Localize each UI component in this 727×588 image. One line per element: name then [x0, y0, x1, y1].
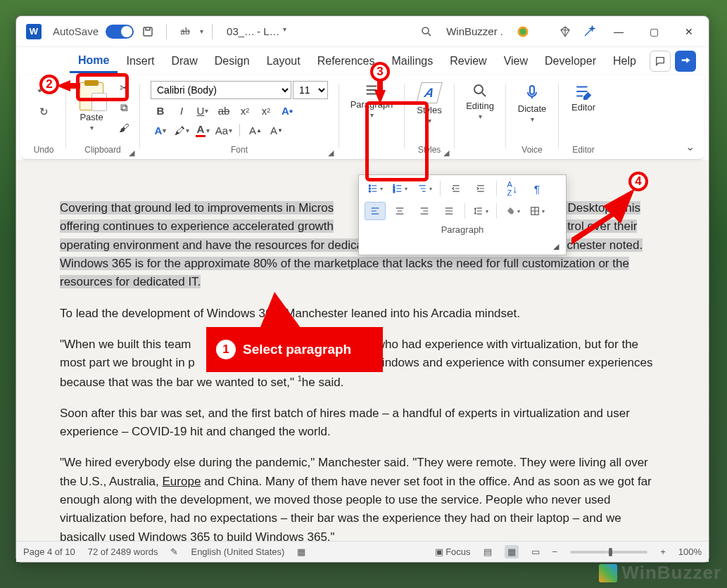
document-title[interactable]: 03_… - L… ▾: [227, 25, 286, 37]
tab-help[interactable]: Help: [605, 51, 645, 72]
numbering-button[interactable]: 123: [389, 179, 410, 198]
watermark: WinBuzzer: [599, 562, 721, 584]
annotation-callout-1: 1 Select paragraph: [206, 327, 383, 372]
strike-icon[interactable]: ab: [175, 22, 195, 41]
borders-button[interactable]: [526, 202, 548, 220]
tab-draw[interactable]: Draw: [163, 51, 206, 72]
zoom-in-button[interactable]: +: [660, 547, 666, 557]
styles-button[interactable]: A Styles ▾: [410, 79, 449, 127]
font-family-select[interactable]: Calibri (Body): [151, 81, 291, 99]
grow-font-button[interactable]: A▲: [246, 122, 265, 139]
paragraph-2[interactable]: To lead the development of Windows 365, …: [60, 305, 665, 323]
strikethrough-button[interactable]: ab: [214, 102, 234, 119]
bold-button[interactable]: B: [151, 102, 170, 119]
align-right-button[interactable]: [414, 202, 435, 220]
editing-button[interactable]: Editing ▾: [460, 79, 500, 123]
collapse-ribbon-button[interactable]: ⌄: [685, 140, 704, 159]
font-color-button[interactable]: A▾: [193, 122, 213, 139]
user-avatar-icon[interactable]: [513, 22, 533, 41]
sort-button[interactable]: AZ↓: [502, 179, 523, 198]
text-effects-button[interactable]: A▪: [277, 102, 297, 119]
chevron-down-icon[interactable]: ▾: [200, 27, 203, 35]
paragraph-4[interactable]: Soon after this bar was set, and the fir…: [60, 404, 665, 442]
ribbon-tabs: Home Insert Draw Design Layout Reference…: [16, 47, 709, 75]
tab-view[interactable]: View: [495, 51, 536, 72]
bullets-button[interactable]: [365, 179, 386, 198]
autosave-toggle[interactable]: [106, 25, 134, 39]
zoom-out-button[interactable]: −: [552, 547, 558, 557]
group-paragraph: Paragraph ▾: [341, 78, 403, 159]
maximize-button[interactable]: ▢: [638, 18, 669, 46]
font-launcher[interactable]: ◢: [326, 148, 336, 158]
wand-icon[interactable]: [579, 22, 599, 41]
justify-button[interactable]: [438, 202, 460, 220]
page-indicator[interactable]: Page 4 of 10: [23, 547, 75, 557]
tab-home[interactable]: Home: [70, 50, 118, 73]
copy-button[interactable]: ⧉: [114, 99, 134, 116]
focus-button[interactable]: ▣ Focus: [435, 547, 471, 557]
change-case-button[interactable]: Aa▾: [214, 122, 234, 139]
font-size-select[interactable]: 11: [293, 81, 328, 99]
show-marks-button[interactable]: ¶: [526, 179, 548, 198]
increase-indent-button[interactable]: [470, 179, 491, 198]
editor-button[interactable]: Editor: [564, 79, 603, 115]
superscript-button[interactable]: x2: [256, 102, 276, 119]
language-indicator[interactable]: English (United States): [191, 547, 284, 557]
line-spacing-button[interactable]: [470, 202, 491, 220]
chevron-down-icon: ▾: [370, 111, 374, 119]
zoom-level[interactable]: 100%: [678, 547, 702, 557]
cut-button[interactable]: ✂: [114, 79, 134, 96]
align-left-button[interactable]: [365, 202, 386, 220]
group-editing: Editing ▾: [456, 78, 504, 159]
minimize-button[interactable]: —: [603, 18, 634, 46]
shading-button[interactable]: [502, 202, 523, 220]
dictate-button[interactable]: Dictate ▾: [512, 79, 552, 126]
accessibility-icon[interactable]: ▦: [297, 547, 305, 557]
watermark-logo-icon: [599, 564, 617, 582]
svg-point-8: [369, 191, 370, 192]
decrease-indent-button[interactable]: [445, 179, 467, 198]
svg-point-4: [474, 85, 483, 94]
diamond-icon[interactable]: [555, 22, 575, 41]
spellcheck-icon[interactable]: ✎: [170, 547, 178, 557]
group-editor: Editor Editor: [560, 78, 607, 159]
search-icon[interactable]: [417, 22, 436, 41]
view-web-icon[interactable]: ▭: [531, 547, 540, 557]
tab-layout[interactable]: Layout: [258, 51, 309, 72]
paragraph-launcher[interactable]: ◢: [553, 242, 563, 252]
italic-button[interactable]: I: [172, 102, 191, 119]
styles-launcher[interactable]: ◢: [441, 148, 451, 158]
highlight-button[interactable]: 🖍▾: [172, 122, 191, 139]
multilevel-button[interactable]: [414, 179, 435, 198]
paragraph-button[interactable]: Paragraph ▾: [345, 79, 399, 122]
group-styles: A Styles ▾ Styles ◢: [406, 78, 453, 159]
share-button[interactable]: [675, 51, 696, 72]
paste-button[interactable]: Paste ▾: [72, 79, 111, 134]
tab-design[interactable]: Design: [206, 51, 258, 72]
tab-review[interactable]: Review: [441, 51, 495, 72]
clipboard-launcher[interactable]: ◢: [127, 148, 137, 158]
view-print-icon[interactable]: ▦: [505, 545, 519, 558]
zoom-slider[interactable]: [570, 551, 647, 554]
underline-button[interactable]: U▾: [193, 102, 213, 119]
view-read-icon[interactable]: ▤: [483, 547, 492, 557]
text-style-button[interactable]: A▾: [151, 122, 170, 139]
chevron-down-icon: ▾: [90, 124, 94, 132]
comments-button[interactable]: [650, 51, 671, 72]
save-icon[interactable]: [138, 22, 158, 41]
tab-developer[interactable]: Developer: [536, 51, 605, 72]
svg-rect-0: [144, 27, 152, 36]
tab-insert[interactable]: Insert: [118, 51, 163, 72]
redo-button[interactable]: ↻: [34, 103, 53, 120]
shrink-font-button[interactable]: A▼: [267, 122, 286, 139]
popup-label: Paragraph: [365, 224, 560, 235]
format-painter-button[interactable]: 🖌: [114, 119, 134, 136]
close-button[interactable]: ✕: [674, 18, 704, 46]
align-center-button[interactable]: [389, 202, 410, 220]
word-count[interactable]: 72 of 2489 words: [88, 547, 158, 557]
user-name[interactable]: WinBuzzer .: [446, 25, 503, 37]
tab-mailings[interactable]: Mailings: [384, 51, 442, 72]
annotation-circle-3: 3: [370, 62, 390, 82]
paragraph-5[interactable]: "We hired everybody else during the pand…: [60, 454, 665, 541]
subscript-button[interactable]: x2: [235, 102, 255, 119]
